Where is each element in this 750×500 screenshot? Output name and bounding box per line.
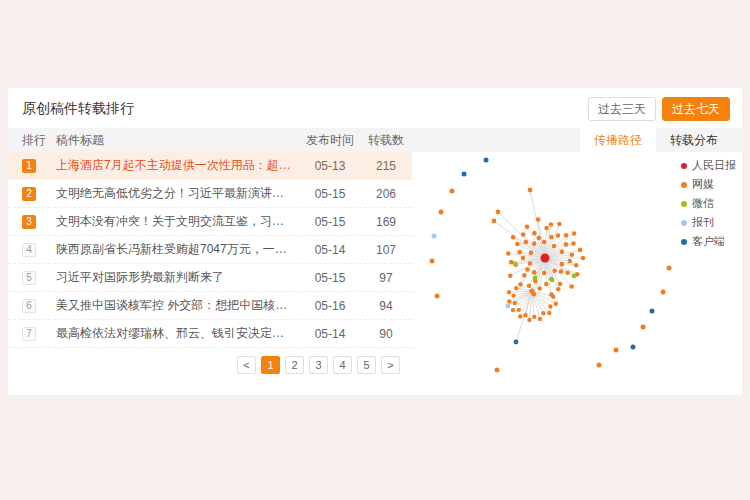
network-node[interactable] bbox=[527, 318, 531, 322]
legend-item-人民日报[interactable]: 人民日报 bbox=[681, 158, 736, 173]
network-node[interactable] bbox=[450, 189, 455, 194]
network-node[interactable] bbox=[523, 313, 527, 317]
network-node[interactable] bbox=[517, 250, 522, 255]
page-button-2[interactable]: 2 bbox=[285, 356, 304, 374]
network-node[interactable] bbox=[569, 284, 574, 289]
network-node[interactable] bbox=[507, 299, 511, 303]
network-node[interactable] bbox=[525, 267, 530, 272]
network-node[interactable] bbox=[513, 262, 518, 267]
network-node[interactable] bbox=[547, 311, 551, 315]
network-node[interactable] bbox=[439, 210, 444, 215]
table-row[interactable]: 5习近平对国际形势最新判断来了05-1597 bbox=[8, 264, 412, 292]
legend-item-网媒[interactable]: 网媒 bbox=[681, 177, 736, 192]
network-node[interactable] bbox=[435, 294, 440, 299]
network-node[interactable] bbox=[532, 270, 537, 275]
network-node[interactable] bbox=[514, 286, 518, 290]
network-node[interactable] bbox=[484, 158, 489, 163]
network-node[interactable] bbox=[506, 304, 511, 309]
network-node[interactable] bbox=[556, 287, 561, 292]
network-node[interactable] bbox=[551, 294, 555, 298]
network-node[interactable] bbox=[552, 268, 557, 273]
page-button-3[interactable]: 3 bbox=[309, 356, 328, 374]
network-node[interactable] bbox=[581, 256, 586, 261]
network-node[interactable] bbox=[571, 241, 576, 246]
network-node[interactable] bbox=[515, 242, 520, 247]
network-node[interactable] bbox=[513, 301, 517, 305]
network-node[interactable] bbox=[544, 226, 549, 231]
network-node[interactable] bbox=[529, 251, 534, 256]
network-node[interactable] bbox=[496, 210, 501, 215]
page-prev-button[interactable]: < bbox=[237, 356, 256, 374]
network-node[interactable] bbox=[578, 248, 583, 253]
table-row[interactable]: 2文明绝无高低优劣之分！习近平最新演讲，这些话振聋发聩05-15206 bbox=[8, 180, 412, 208]
network-node[interactable] bbox=[650, 309, 655, 314]
network-node[interactable] bbox=[532, 315, 536, 319]
network-node[interactable] bbox=[572, 231, 577, 236]
network-node[interactable] bbox=[492, 219, 497, 224]
network-node[interactable] bbox=[556, 233, 561, 238]
network-node[interactable] bbox=[574, 263, 579, 268]
network-node[interactable] bbox=[572, 274, 577, 279]
page-button-4[interactable]: 4 bbox=[333, 356, 352, 374]
network-node[interactable] bbox=[550, 278, 555, 283]
secondary-hub[interactable] bbox=[529, 288, 534, 293]
network-node[interactable] bbox=[549, 235, 554, 240]
range-button-过去三天[interactable]: 过去三天 bbox=[588, 97, 656, 121]
network-node[interactable] bbox=[528, 261, 533, 266]
article-title[interactable]: 最高检依法对缪瑞林、邢云、钱引安决定逮捕 bbox=[56, 325, 300, 342]
network-node[interactable] bbox=[430, 259, 435, 264]
range-button-过去七天[interactable]: 过去七天 bbox=[662, 97, 730, 121]
network-node[interactable] bbox=[542, 240, 547, 245]
network-node[interactable] bbox=[667, 266, 672, 271]
page-button-5[interactable]: 5 bbox=[357, 356, 376, 374]
legend-item-微信[interactable]: 微信 bbox=[681, 196, 736, 211]
table-row[interactable]: 3文明本没有冲突！关于文明交流互鉴，习近平提四点主张05-15169 bbox=[8, 208, 412, 236]
network-node[interactable] bbox=[511, 293, 515, 297]
table-row[interactable]: 4陕西原副省长冯新柱受贿超7047万元，一审获刑15年05-14107 bbox=[8, 236, 412, 264]
network-node[interactable] bbox=[552, 244, 557, 249]
network-node[interactable] bbox=[560, 250, 565, 255]
network-node[interactable] bbox=[538, 317, 542, 321]
article-title[interactable]: 上海酒店7月起不主动提供一次性用品：超8成支持，你咋看 bbox=[56, 157, 300, 174]
network-node[interactable] bbox=[518, 314, 522, 318]
network-node[interactable] bbox=[533, 276, 538, 281]
network-node[interactable] bbox=[557, 222, 562, 227]
network-node[interactable] bbox=[569, 252, 574, 257]
network-node[interactable] bbox=[568, 259, 573, 264]
network-node[interactable] bbox=[558, 282, 563, 287]
network-node[interactable] bbox=[597, 363, 602, 368]
table-row[interactable]: 7最高检依法对缪瑞林、邢云、钱引安决定逮捕05-1490 bbox=[8, 320, 412, 348]
network-node[interactable] bbox=[537, 286, 542, 291]
network-node[interactable] bbox=[532, 241, 537, 246]
network-node[interactable] bbox=[518, 282, 523, 287]
page-button-1[interactable]: 1 bbox=[261, 356, 280, 374]
article-title[interactable]: 美又推中国谈核军控 外交部：想把中国核力量谈到美国水... bbox=[56, 297, 300, 314]
article-title[interactable]: 习近平对国际形势最新判断来了 bbox=[56, 269, 300, 286]
network-node[interactable] bbox=[544, 282, 549, 287]
network-node[interactable] bbox=[564, 242, 569, 247]
network-node[interactable] bbox=[522, 273, 527, 278]
network-node[interactable] bbox=[432, 234, 437, 239]
network-node[interactable] bbox=[564, 233, 569, 238]
network-node[interactable] bbox=[641, 325, 646, 330]
network-node[interactable] bbox=[524, 240, 529, 245]
article-title[interactable]: 文明本没有冲突！关于文明交流互鉴，习近平提四点主张 bbox=[56, 213, 300, 230]
network-node[interactable] bbox=[541, 311, 545, 315]
table-row[interactable]: 1上海酒店7月起不主动提供一次性用品：超8成支持，你咋看05-13215 bbox=[8, 152, 412, 180]
network-node[interactable] bbox=[514, 340, 519, 345]
page-next-button[interactable]: > bbox=[381, 356, 400, 374]
network-node[interactable] bbox=[542, 271, 547, 276]
network-node[interactable] bbox=[507, 290, 511, 294]
network-node[interactable] bbox=[528, 188, 533, 193]
people-daily-hub[interactable] bbox=[541, 254, 550, 263]
network-node[interactable] bbox=[532, 231, 537, 236]
network-node[interactable] bbox=[521, 232, 526, 237]
network-node[interactable] bbox=[661, 290, 666, 295]
article-title[interactable]: 陕西原副省长冯新柱受贿超7047万元，一审获刑15年 bbox=[56, 241, 300, 258]
legend-item-报刊[interactable]: 报刊 bbox=[681, 215, 736, 230]
network-node[interactable] bbox=[462, 172, 467, 177]
network-node[interactable] bbox=[631, 345, 636, 350]
network-node[interactable] bbox=[527, 283, 532, 288]
network-node[interactable] bbox=[521, 256, 526, 261]
network-node[interactable] bbox=[506, 251, 511, 256]
